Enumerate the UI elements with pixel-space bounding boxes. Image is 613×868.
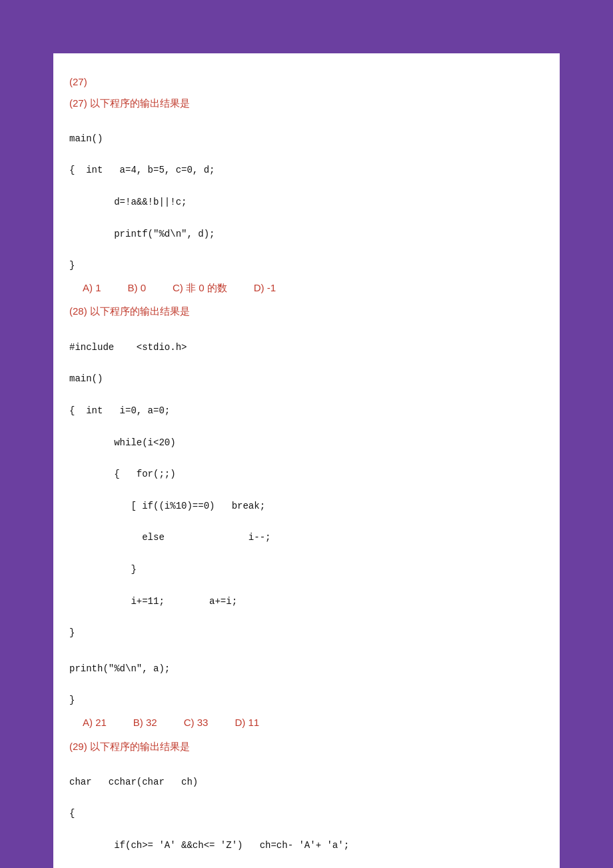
q28-option-b: B) 32 [133,714,157,731]
q27-option-b: B) 0 [128,279,147,297]
q28-option-d: D) 11 [235,714,259,731]
q28-code2: printh("%d\n", a); } [69,645,544,709]
q27-options: A) 1 B) 0 C) 非 0 的数 D) -1 [69,279,544,297]
q28-option-c: C) 33 [184,714,209,731]
q28-option-a: A) 21 [83,714,107,731]
q27-number: (27) [69,97,90,109]
question-29: (29) 以下程序的输出结果是 char cchar(char ch) { if… [69,738,544,868]
q27-option-d: D) -1 [254,279,276,297]
q28-number: (28) [69,305,90,317]
q27-option-a: A) 1 [83,279,101,297]
q27-code: main() { int a=4, b=5, c=0, d; d=!a&&!b|… [69,115,544,274]
q27-title: (27) [69,73,544,91]
question-28: (28) 以下程序的输出结果是 #include <stdio.h> main(… [69,303,544,731]
question-27: (27) (27) 以下程序的输出结果是 main() { int a=4, b… [69,73,544,296]
main-content-box: (27) (27) 以下程序的输出结果是 main() { int a=4, b… [53,53,560,868]
q27-label: 以下程序的输出结果是 [90,97,190,109]
q29-number: (29) [69,741,90,752]
q28-options: A) 21 B) 32 C) 33 D) 11 [69,714,544,731]
q27-option-c: C) 非 0 的数 [173,279,227,297]
q29-code: char cchar(char ch) { if(ch>= 'A' &&ch<=… [69,759,544,868]
q29-label: 以下程序的输出结果是 [90,741,190,752]
q28-label: 以下程序的输出结果是 [90,305,190,317]
q28-code: #include <stdio.h> main() { int i=0, a=0… [69,324,544,641]
